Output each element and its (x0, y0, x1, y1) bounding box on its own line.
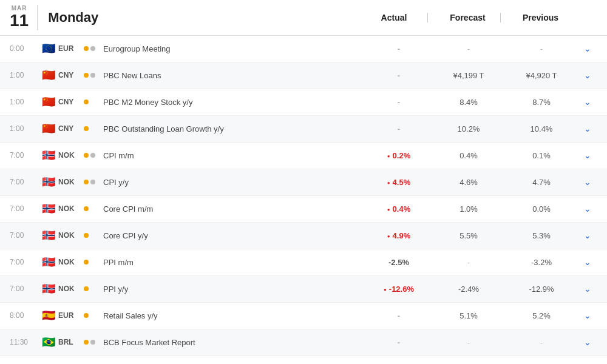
previous-value: -3.2% (505, 258, 578, 267)
day-label: 11 (10, 12, 29, 30)
expand-chevron[interactable]: ⌄ (578, 337, 597, 347)
table-row: 7:00 🇳🇴 NOK Core CPI m/m 0.4% 1.0% 0.0% … (0, 196, 607, 223)
event-time: 7:00 (10, 204, 39, 213)
expand-chevron[interactable]: ⌄ (578, 231, 597, 240)
event-name: CPI m/m (103, 151, 365, 160)
table-row: 1:00 🇨🇳 CNY PBC New Loans - ¥4,199 T ¥4,… (0, 62, 607, 89)
actual-value: 4.5% (365, 178, 432, 187)
impact-dot (84, 73, 89, 78)
previous-value: ¥4,920 T (505, 71, 578, 80)
actual-value: 0.4% (365, 204, 432, 214)
country-flag: 🇳🇴 (39, 149, 58, 162)
table-body: 0:00 🇪🇺 EUR Eurogroup Meeting - - - ⌄ 1:… (0, 36, 607, 356)
forecast-value: - (432, 338, 505, 347)
currency-label: NOK (58, 178, 84, 186)
event-time: 1:00 (10, 71, 39, 79)
currency-label: NOK (58, 231, 84, 240)
currency-label: CNY (58, 98, 84, 106)
event-name: Eurogroup Meeting (103, 44, 365, 53)
expand-chevron[interactable]: ⌄ (578, 44, 597, 53)
impact-dots (84, 286, 103, 291)
impact-dots (84, 180, 103, 184)
expand-chevron[interactable]: ⌄ (578, 124, 597, 133)
actual-value: - (365, 44, 432, 53)
currency-label: NOK (58, 285, 84, 293)
actual-value: - (365, 124, 432, 133)
impact-dots (84, 46, 103, 51)
actual-value: -12.6% (365, 285, 432, 294)
expand-chevron[interactable]: ⌄ (578, 204, 597, 214)
event-name: CPI y/y (103, 178, 365, 187)
forecast-value: -2.4% (432, 285, 505, 294)
currency-label: NOK (58, 151, 84, 160)
actual-value: - (365, 311, 432, 320)
expand-chevron[interactable]: ⌄ (578, 257, 597, 267)
forecast-header: Forecast (427, 13, 500, 22)
previous-value: -12.9% (505, 285, 578, 294)
event-time: 7:00 (10, 151, 39, 160)
event-time: 1:00 (10, 98, 39, 106)
event-name: PPI y/y (103, 285, 365, 294)
day-name: Monday (48, 10, 98, 25)
impact-dots (84, 153, 103, 158)
forecast-value: 5.5% (432, 231, 505, 240)
impact-dots (84, 99, 103, 104)
impact-dot (84, 126, 89, 131)
table-row: 7:00 🇳🇴 NOK PPI m/m -2.5% - -3.2% ⌄ (0, 249, 607, 276)
impact-dot (84, 46, 89, 51)
expand-chevron[interactable]: ⌄ (578, 311, 597, 320)
expand-chevron[interactable]: ⌄ (578, 70, 597, 80)
expand-chevron[interactable]: ⌄ (578, 97, 597, 107)
currency-label: CNY (58, 124, 84, 133)
expand-chevron[interactable]: ⌄ (578, 284, 597, 294)
date-block: MAR 11 (10, 5, 38, 30)
forecast-value: 1.0% (432, 204, 505, 214)
previous-value: - (505, 338, 578, 347)
impact-dot (84, 340, 89, 345)
currency-label: CNY (58, 71, 84, 79)
country-flag: 🇳🇴 (39, 202, 58, 215)
actual-value: -2.5% (365, 258, 432, 267)
country-flag: 🇳🇴 (39, 282, 58, 295)
currency-label: NOK (58, 204, 84, 213)
actual-value: - (365, 71, 432, 80)
actual-value: 4.9% (365, 231, 432, 240)
actual-value: - (365, 98, 432, 107)
country-flag: 🇨🇳 (39, 69, 58, 82)
table-row: 7:00 🇳🇴 NOK CPI y/y 4.5% 4.6% 4.7% ⌄ (0, 169, 607, 196)
impact-dot (84, 153, 89, 158)
forecast-value: - (432, 44, 505, 53)
table-row: 7:00 🇳🇴 NOK PPI y/y -12.6% -2.4% -12.9% … (0, 276, 607, 303)
impact-dot (84, 233, 89, 238)
event-name: PBC New Loans (103, 71, 365, 80)
impact-dots (84, 73, 103, 78)
impact-dots (84, 233, 103, 238)
forecast-value: 5.1% (432, 311, 505, 320)
impact-dot (84, 206, 89, 211)
previous-value: 0.0% (505, 204, 578, 214)
table-row: 1:00 🇨🇳 CNY PBC Outstanding Loan Growth … (0, 116, 607, 143)
currency-label: EUR (58, 311, 84, 320)
impact-dot (84, 313, 89, 318)
impact-dot (84, 286, 89, 291)
impact-dots (84, 206, 103, 211)
country-flag: 🇨🇳 (39, 122, 58, 135)
event-time: 1:00 (10, 124, 39, 133)
event-name: Core CPI y/y (103, 231, 365, 240)
expand-chevron[interactable]: ⌄ (578, 150, 597, 160)
event-time: 7:00 (10, 258, 39, 266)
previous-value: 5.2% (505, 311, 578, 320)
country-flag: 🇳🇴 (39, 255, 58, 269)
event-name: BCB Focus Market Report (103, 338, 365, 347)
event-time: 7:00 (10, 231, 39, 240)
table-row: 7:00 🇳🇴 NOK Core CPI y/y 4.9% 5.5% 5.3% … (0, 223, 607, 249)
event-name: Core CPI m/m (103, 204, 365, 214)
currency-label: NOK (58, 258, 84, 266)
event-name: Retail Sales y/y (103, 311, 365, 320)
impact-dot (90, 73, 95, 78)
impact-dot (90, 340, 95, 345)
table-row: 11:30 🇧🇷 BRL BCB Focus Market Report - -… (0, 329, 607, 356)
expand-chevron[interactable]: ⌄ (578, 177, 597, 187)
currency-label: BRL (58, 338, 84, 346)
impact-dot (90, 153, 95, 158)
